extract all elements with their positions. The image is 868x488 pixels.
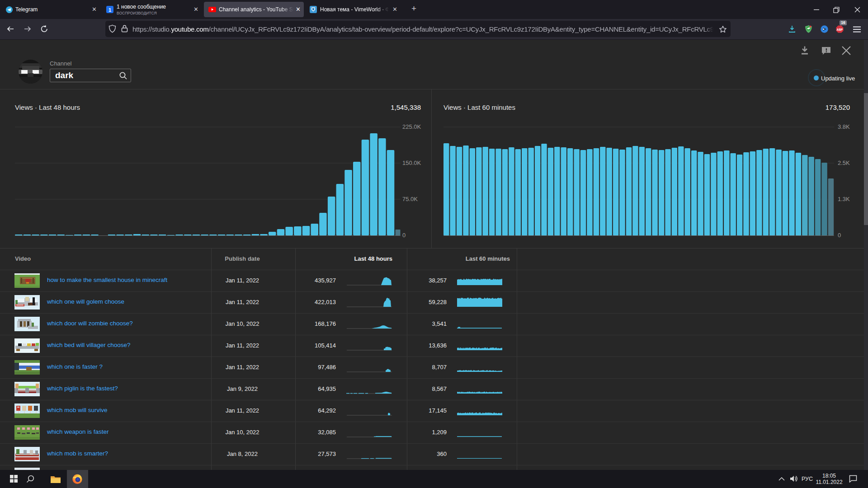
svg-text:1: 1 bbox=[108, 7, 111, 13]
svg-text:ABP: ABP bbox=[837, 28, 843, 31]
